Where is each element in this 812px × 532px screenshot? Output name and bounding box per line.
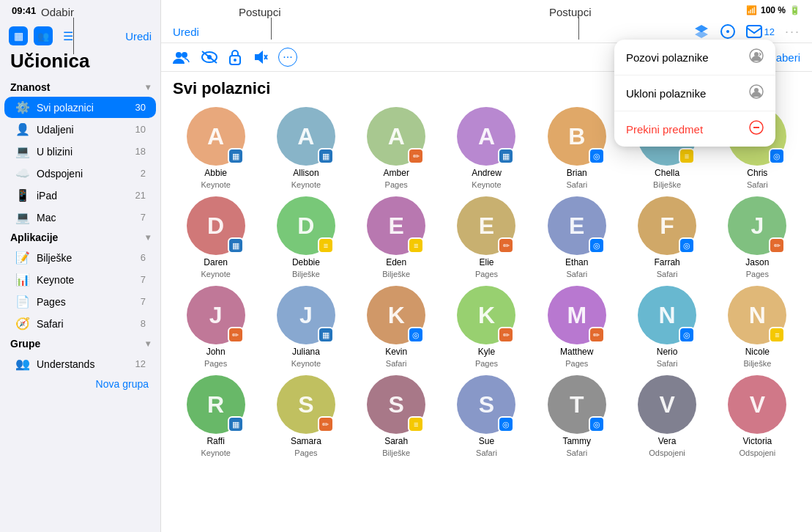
main-toolbar-left: ··· (173, 48, 297, 67)
student-name-raffi: Raffi (206, 436, 224, 446)
main-status-bar: 📶 100 % 🔋 (161, 0, 812, 21)
lock-button[interactable] (228, 49, 242, 65)
student-name-matthew: Matthew (560, 347, 593, 357)
svg-point-3 (726, 30, 729, 33)
student-item-amber[interactable]: A✏AmberPages (354, 107, 439, 189)
svg-point-6 (182, 52, 187, 58)
u-blizini-icon: 💻 (15, 144, 31, 158)
student-name-nerio: Nerio (657, 347, 678, 357)
sidebar-item-u-blizini[interactable]: 💻 U blizini 18 (4, 141, 156, 162)
student-app-andrew: Keynote (472, 180, 501, 189)
sidebar-item-biljeske[interactable]: 📝 Bilješke 6 (4, 247, 156, 268)
svg-rect-4 (747, 26, 761, 37)
student-item-john[interactable]: J✏JohnPages (173, 286, 258, 368)
dropdown-item-ukloni[interactable]: Ukloni polaznike (614, 75, 775, 111)
sidebar-toggle-icon[interactable]: ▦ (9, 26, 28, 45)
student-app-brian: Safari (566, 180, 587, 189)
sidebar-item-odspojeni[interactable]: ☁️ Odspojeni 2 (4, 163, 156, 184)
section-header-znanost[interactable]: Znanost ▾ (0, 78, 160, 96)
student-item-kevin[interactable]: K◎KevinSafari (354, 286, 439, 368)
keynote-count: 7 (141, 274, 146, 285)
people-icon[interactable]: 👥 (34, 26, 53, 45)
student-app-nicole: Bilješke (743, 359, 771, 368)
pages-badge-icon: ✏ (589, 327, 605, 343)
sidebar-item-ipad[interactable]: 📱 iPad 21 (4, 185, 156, 206)
student-app-elie: Pages (475, 270, 498, 278)
student-app-jason: Pages (746, 270, 769, 278)
student-item-jason[interactable]: J✏JasonPages (715, 196, 800, 278)
layers-button[interactable] (693, 23, 709, 40)
pages-count: 7 (141, 296, 146, 307)
student-grid: A▦AbbieKeynoteA▦AllisonKeynoteA✏AmberPag… (173, 107, 800, 457)
student-item-elie[interactable]: E✏EliePages (444, 196, 529, 278)
prekini-icon (749, 120, 764, 138)
more-button[interactable]: ··· (278, 48, 297, 67)
student-item-sue[interactable]: S◎SueSafari (444, 375, 529, 457)
list-icon[interactable]: ☰ (59, 26, 78, 45)
keynote-badge-icon: ▦ (228, 416, 244, 432)
student-item-kyle[interactable]: K✏KylePages (444, 286, 529, 368)
mute-button[interactable] (252, 49, 268, 65)
student-item-debbie[interactable]: D≡DebbieBilješke (263, 196, 349, 278)
group-button[interactable] (173, 49, 190, 65)
student-item-juliana[interactable]: J▦JulianaKeynote (263, 286, 349, 368)
nova-grupa-button[interactable]: Nova grupa (0, 375, 160, 396)
pages-badge-icon: ✏ (408, 148, 424, 164)
student-item-nicole[interactable]: N≡NicoleBilješke (715, 286, 800, 368)
dropdown-item-pozovi[interactable]: Pozovi polaznike (614, 40, 775, 75)
student-item-matthew[interactable]: M✏MatthewPages (534, 286, 619, 368)
sidebar-item-udaljeni[interactable]: 👤 Udaljeni 10 (4, 119, 156, 140)
student-item-abbie[interactable]: A▦AbbieKeynote (173, 107, 258, 189)
mail-button[interactable]: 12 (746, 25, 775, 38)
keynote-icon: 📊 (15, 273, 31, 287)
svg-point-5 (176, 52, 182, 58)
section-header-grupe[interactable]: Grupe ▾ (0, 335, 160, 352)
sidebar-item-svi-polaznici[interactable]: ⚙️ Svi polaznici 30 (4, 97, 156, 118)
sidebar-header: ▦ 👥 ☰ Uredi (0, 21, 160, 45)
student-name-debbie: Debbie (292, 257, 320, 267)
dropdown-item-prekini[interactable]: Prekini predmet (614, 111, 775, 147)
uredi-button[interactable]: Uredi (173, 26, 199, 38)
student-name-tammy: Tammy (562, 436, 591, 446)
student-item-raffi[interactable]: R▦RaffiKeynote (173, 375, 258, 457)
student-app-kyle: Pages (475, 359, 498, 368)
student-item-allison[interactable]: A▦AllisonKeynote (263, 107, 349, 189)
keynote-badge-icon: ▦ (498, 148, 514, 164)
main-content: 📶 100 % 🔋 Uredi (161, 0, 812, 532)
time-display: 09:41 (12, 5, 36, 16)
student-item-daren[interactable]: D▦DarenKeynote (173, 196, 258, 278)
student-item-sarah[interactable]: S≡SarahBilješke (354, 375, 439, 457)
sidebar-scroll[interactable]: Znanost ▾ ⚙️ Svi polaznici 30 👤 Udaljeni… (0, 78, 160, 532)
student-item-samara[interactable]: S✏SamaraPages (263, 375, 349, 457)
sidebar-item-keynote[interactable]: 📊 Keynote 7 (4, 269, 156, 290)
student-item-ethan[interactable]: E◎EthanSafari (534, 196, 619, 278)
sidebar-label-ipad: iPad (37, 190, 130, 202)
student-item-brian[interactable]: B◎BrianSafari (534, 107, 619, 189)
safari-count: 8 (141, 318, 146, 329)
student-name-chella: Chella (655, 168, 679, 178)
sidebar-item-understands[interactable]: 👥 Understands 12 (4, 353, 156, 374)
student-name-ethan: Ethan (565, 257, 588, 267)
compass-button[interactable] (720, 23, 736, 40)
student-item-farrah[interactable]: F◎FarrahSafari (624, 196, 709, 278)
toolbar-dots: ··· (785, 24, 800, 40)
student-item-vera[interactable]: VVeraOdspojeni (624, 375, 709, 457)
sidebar-item-safari[interactable]: 🧭 Safari 8 (4, 313, 156, 334)
screen-lock-button[interactable] (201, 50, 218, 64)
top-toolbar-center: 12 ··· (693, 23, 800, 40)
student-item-victoria[interactable]: VVictoriaOdspojeni (715, 375, 800, 457)
student-item-eden[interactable]: E≡EdenBilješke (354, 196, 439, 278)
sidebar-item-mac[interactable]: 💻 Mac 7 (4, 207, 156, 228)
student-name-vera: Vera (658, 436, 677, 446)
student-item-tammy[interactable]: T◎TammySafari (534, 375, 619, 457)
sidebar-item-pages[interactable]: 📄 Pages 7 (4, 291, 156, 312)
student-item-nerio[interactable]: N◎NerioSafari (624, 286, 709, 368)
student-item-andrew[interactable]: A▦AndrewKeynote (444, 107, 529, 189)
edit-button[interactable]: Uredi (125, 30, 152, 43)
section-header-aplikacije[interactable]: Aplikacije ▾ (0, 229, 160, 246)
student-app-raffi: Keynote (201, 448, 230, 457)
student-name-chris: Chris (747, 168, 767, 178)
sidebar-label-odspojeni: Odspojeni (37, 168, 135, 180)
student-name-sarah: Sarah (384, 436, 408, 446)
student-app-matthew: Pages (565, 359, 588, 368)
